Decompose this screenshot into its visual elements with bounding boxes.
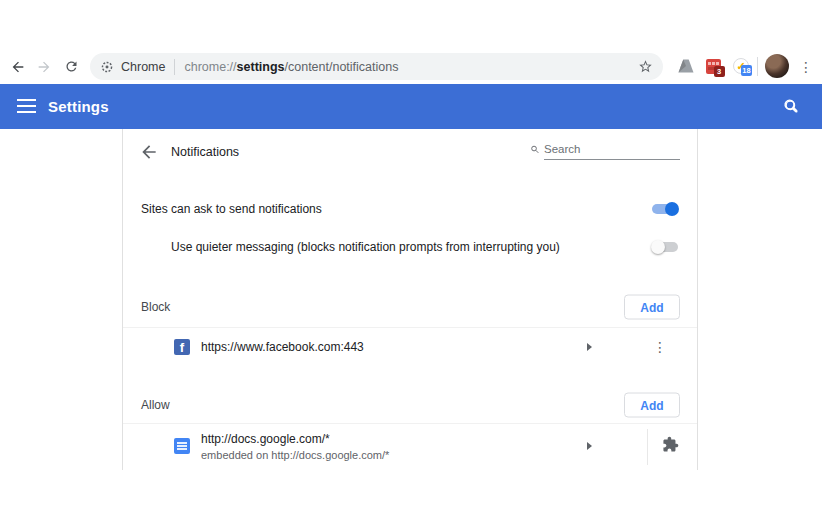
block-add-button[interactable]: Add xyxy=(624,295,680,320)
setting-row-quieter-messaging: Use quieter messaging (blocks notificati… xyxy=(123,229,697,265)
url-scheme: chrome:// xyxy=(184,60,236,74)
browser-forward-button[interactable] xyxy=(31,48,57,85)
omnibox-divider xyxy=(174,59,175,75)
browser-reload-button[interactable] xyxy=(58,48,84,85)
url-host: settings xyxy=(237,60,285,74)
page-search xyxy=(530,141,680,160)
google-docs-icon xyxy=(174,438,190,454)
allow-add-button[interactable]: Add xyxy=(624,393,680,418)
section-header-block: Block Add xyxy=(123,287,697,327)
facebook-icon: f xyxy=(174,339,190,355)
extension-badge-count: 3 xyxy=(714,66,725,77)
setting-row-notifications-ask: Sites can ask to send notifications xyxy=(123,191,697,227)
page-title: Notifications xyxy=(171,145,239,159)
browser-menu-kebab-icon[interactable]: ⋮ xyxy=(795,48,817,85)
settings-title: Settings xyxy=(48,98,109,115)
expand-arrow-icon[interactable] xyxy=(587,343,592,351)
extension-puzzle-icon xyxy=(662,436,679,453)
site-more-kebab-icon[interactable]: ⋮ xyxy=(653,339,665,355)
search-icon xyxy=(530,143,540,156)
extension-badge-count: 18 xyxy=(741,65,752,76)
header-search-icon[interactable] xyxy=(783,98,801,116)
page-info-gear-icon xyxy=(100,60,114,74)
section-header-allow: Allow Add xyxy=(123,385,697,425)
browser-back-button[interactable] xyxy=(5,48,31,85)
settings-header-bar: Settings xyxy=(0,84,822,129)
site-url: http://docs.google.com/* xyxy=(201,432,389,446)
toolbar-divider xyxy=(757,57,758,76)
reload-icon xyxy=(64,59,79,74)
toggle-quieter-messaging[interactable] xyxy=(652,241,678,253)
toggle-sites-can-ask[interactable] xyxy=(652,203,678,215)
setting-label: Use quieter messaging (blocks notificati… xyxy=(171,240,560,254)
site-url-block: http://docs.google.com/* embedded on htt… xyxy=(201,432,389,461)
red-grid-extension-icon[interactable]: 3 xyxy=(701,54,725,78)
site-url: https://www.facebook.com:443 xyxy=(201,340,364,354)
bookmark-star-icon[interactable] xyxy=(638,59,653,74)
expand-arrow-icon[interactable] xyxy=(587,442,592,450)
forward-arrow-icon xyxy=(36,59,52,75)
back-arrow-icon xyxy=(10,59,26,75)
setting-label: Sites can ask to send notifications xyxy=(141,202,322,216)
clock-check-glyph: ✓ 18 xyxy=(733,58,749,74)
section-label: Allow xyxy=(141,398,170,412)
search-input[interactable] xyxy=(544,141,680,160)
page-back-arrow-icon[interactable] xyxy=(139,142,159,162)
profile-avatar[interactable] xyxy=(765,54,789,78)
red-extension-glyph: 3 xyxy=(706,59,721,74)
drive-extension-icon[interactable] xyxy=(674,54,698,78)
site-row-docs-google[interactable]: http://docs.google.com/* embedded on htt… xyxy=(123,423,697,470)
omnibox-site-label: Chrome xyxy=(121,60,165,74)
page-header: Notifications xyxy=(123,129,697,175)
timer-extension-icon[interactable]: ✓ 18 xyxy=(729,54,753,78)
site-row-facebook[interactable]: f https://www.facebook.com:443 ⋮ xyxy=(123,327,697,365)
url-path: /content/notifications xyxy=(285,60,399,74)
hamburger-menu-icon[interactable] xyxy=(17,99,36,113)
settings-content-card: Notifications Sites can ask to send noti… xyxy=(122,129,698,470)
triangle-icon xyxy=(678,59,694,73)
section-label: Block xyxy=(141,300,170,314)
omnibox-url: chrome://settings/content/notifications xyxy=(184,60,398,74)
browser-toolbar: Chrome chrome://settings/content/notific… xyxy=(0,48,822,85)
omnibox-address-bar[interactable]: Chrome chrome://settings/content/notific… xyxy=(90,53,663,80)
site-subtext: embedded on http://docs.google.com/* xyxy=(201,449,389,461)
row-divider xyxy=(647,429,648,465)
